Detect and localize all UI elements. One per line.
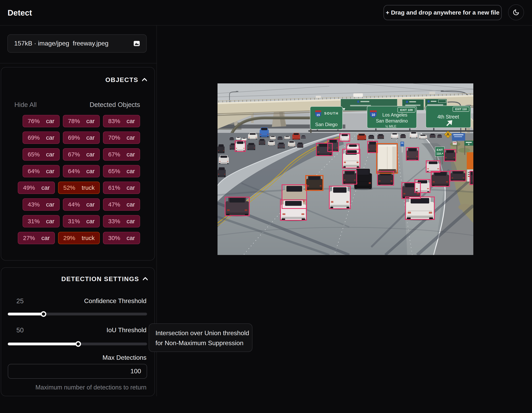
- svg-text:Los Angeles: Los Angeles: [382, 112, 407, 118]
- svg-text:½ MILE: ½ MILE: [385, 125, 396, 128]
- svg-text:EXIT 110: EXIT 110: [455, 108, 467, 111]
- svg-text:San Bernardino: San Bernardino: [376, 118, 408, 123]
- svg-text:110↗: 110↗: [437, 152, 443, 155]
- svg-text:EXIT: EXIT: [437, 148, 443, 151]
- svg-text:4th Street: 4th Street: [437, 114, 459, 120]
- svg-text:EXIT 109: EXIT 109: [400, 108, 413, 112]
- svg-text:10: 10: [371, 113, 375, 116]
- svg-text:SOUTH: SOUTH: [324, 112, 338, 115]
- svg-text:San Diego: San Diego: [315, 122, 337, 127]
- svg-text:15: 15: [316, 113, 320, 116]
